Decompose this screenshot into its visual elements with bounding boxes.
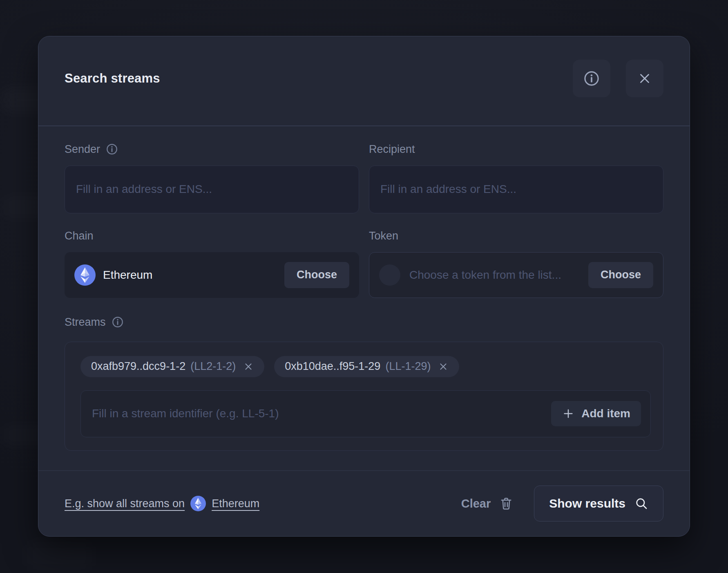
close-icon bbox=[637, 71, 652, 86]
chain-choose-button[interactable]: Choose bbox=[284, 262, 349, 288]
token-choose-button[interactable]: Choose bbox=[588, 262, 653, 288]
sender-label: Sender bbox=[65, 143, 100, 156]
modal-footer: E.g. show all streams on bbox=[38, 470, 690, 536]
show-results-button[interactable]: Show results bbox=[534, 486, 663, 522]
modal-title: Search streams bbox=[65, 71, 160, 86]
header-buttons bbox=[573, 60, 663, 97]
trash-icon bbox=[499, 496, 514, 511]
info-icon bbox=[583, 70, 600, 87]
token-field: Token Choose a token from the list... Ch… bbox=[369, 230, 663, 298]
close-button[interactable] bbox=[626, 60, 663, 97]
stream-chip-id: 0xafb979..dcc9-1-2 bbox=[91, 360, 185, 373]
token-label: Token bbox=[369, 230, 398, 242]
stream-chip-alias: (LL-1-29) bbox=[385, 360, 431, 373]
ethereum-icon bbox=[74, 264, 96, 286]
recipient-label: Recipient bbox=[369, 143, 415, 156]
chip-remove-button[interactable] bbox=[438, 361, 449, 372]
clear-button[interactable]: Clear bbox=[461, 496, 514, 511]
stream-chip: 0xafb979..dcc9-1-2 (LL2-1-2) bbox=[80, 356, 264, 377]
show-results-label: Show results bbox=[549, 497, 625, 510]
sender-input[interactable] bbox=[65, 166, 359, 213]
token-placeholder-text: Choose a token from the list... bbox=[409, 269, 561, 282]
example-chain-link[interactable]: Ethereum bbox=[212, 497, 259, 510]
info-icon[interactable] bbox=[106, 143, 118, 155]
search-form: Sender Recipient bbox=[38, 126, 690, 451]
streams-box: 0xafb979..dcc9-1-2 (LL2-1-2) bbox=[65, 342, 663, 451]
recipient-input[interactable] bbox=[369, 166, 663, 213]
show-all-streams-link[interactable]: E.g. show all streams on bbox=[65, 497, 185, 510]
stream-chip-alias: (LL2-1-2) bbox=[190, 360, 236, 373]
chip-remove-button[interactable] bbox=[243, 361, 254, 372]
chip-remove-icon bbox=[438, 361, 449, 372]
clear-label: Clear bbox=[461, 497, 491, 510]
background-blur-shape bbox=[25, 539, 94, 572]
example-link-row: E.g. show all streams on bbox=[65, 496, 259, 511]
search-streams-modal: Search streams bbox=[38, 36, 690, 537]
chain-value: Ethereum bbox=[103, 269, 152, 282]
token-select[interactable]: Choose a token from the list... Choose bbox=[369, 252, 663, 298]
ethereum-icon bbox=[190, 496, 206, 511]
chip-remove-icon bbox=[243, 361, 254, 372]
sender-field: Sender bbox=[65, 143, 359, 213]
stream-chips: 0xafb979..dcc9-1-2 (LL2-1-2) bbox=[80, 356, 651, 377]
streams-field: Streams 0xafb979..dcc9-1-2 (LL2-1-2) bbox=[65, 316, 663, 451]
search-icon bbox=[634, 497, 648, 510]
add-item-label: Add item bbox=[581, 407, 630, 420]
info-button[interactable] bbox=[573, 60, 610, 97]
page-background: Search streams bbox=[0, 0, 728, 573]
stream-chip-id: 0xb10dae..f95-1-29 bbox=[285, 360, 380, 373]
stream-input-row: Add item bbox=[80, 390, 651, 437]
stream-chip: 0xb10dae..f95-1-29 (LL-1-29) bbox=[274, 356, 459, 377]
plus-icon bbox=[562, 407, 575, 420]
chain-select[interactable]: Ethereum Choose bbox=[65, 252, 359, 298]
add-item-button[interactable]: Add item bbox=[551, 401, 641, 426]
token-placeholder-circle bbox=[379, 264, 400, 286]
info-icon[interactable] bbox=[112, 316, 124, 328]
chain-field: Chain bbox=[65, 230, 359, 298]
modal-header: Search streams bbox=[38, 36, 690, 97]
streams-label: Streams bbox=[65, 316, 106, 329]
footer-actions: Clear Show results bbox=[461, 486, 663, 522]
chain-label: Chain bbox=[65, 230, 94, 242]
recipient-field: Recipient bbox=[369, 143, 663, 213]
